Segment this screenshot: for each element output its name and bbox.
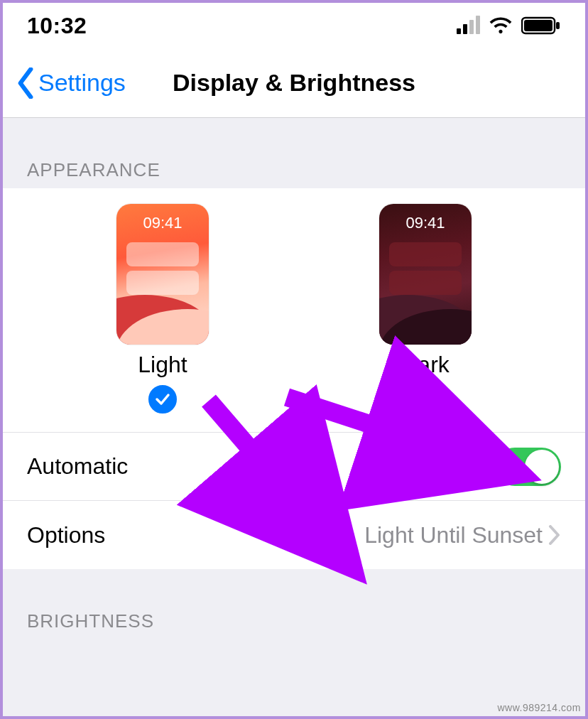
status-bar: 10:32 [3,3,585,48]
dark-preview-icon: 09:41 [379,204,472,345]
automatic-toggle[interactable] [496,448,561,486]
automatic-row: Automatic [3,433,585,501]
appearance-section-header: APPEARANCE [3,118,585,188]
wifi-icon [489,16,513,35]
brightness-section-header: BRIGHTNESS [3,569,585,639]
chevron-right-icon [548,525,561,545]
cellular-signal-icon [457,17,480,34]
options-row[interactable]: Options Light Until Sunset [3,501,585,569]
light-label: Light [138,352,187,378]
appearance-card: 09:41 Light 09:41 Dark Automatic Options [3,188,585,569]
options-label: Options [27,522,105,548]
preview-clock: 09:41 [116,214,209,232]
automatic-label: Automatic [27,453,128,480]
preview-clock: 09:41 [379,214,472,232]
status-indicators [457,16,561,35]
options-detail: Light Until Sunset [364,522,561,548]
checkmark-icon [154,391,171,408]
light-radio[interactable] [148,385,177,413]
appearance-option-light[interactable]: 09:41 Light [116,204,209,413]
svg-rect-2 [556,22,560,29]
options-value: Light Until Sunset [364,522,543,548]
chevron-left-icon [16,67,36,99]
dark-radio[interactable] [411,385,440,413]
appearance-option-dark[interactable]: 09:41 Dark [379,204,472,413]
back-label: Settings [38,69,126,97]
svg-rect-1 [524,20,552,31]
appearance-selector: 09:41 Light 09:41 Dark [3,188,585,433]
navigation-bar: Settings Display & Brightness [3,48,585,118]
watermark: www.989214.com [497,702,581,713]
light-preview-icon: 09:41 [116,204,209,345]
battery-icon [521,16,561,35]
status-time: 10:32 [27,13,87,39]
back-button[interactable]: Settings [3,67,126,99]
dark-label: Dark [401,352,450,378]
